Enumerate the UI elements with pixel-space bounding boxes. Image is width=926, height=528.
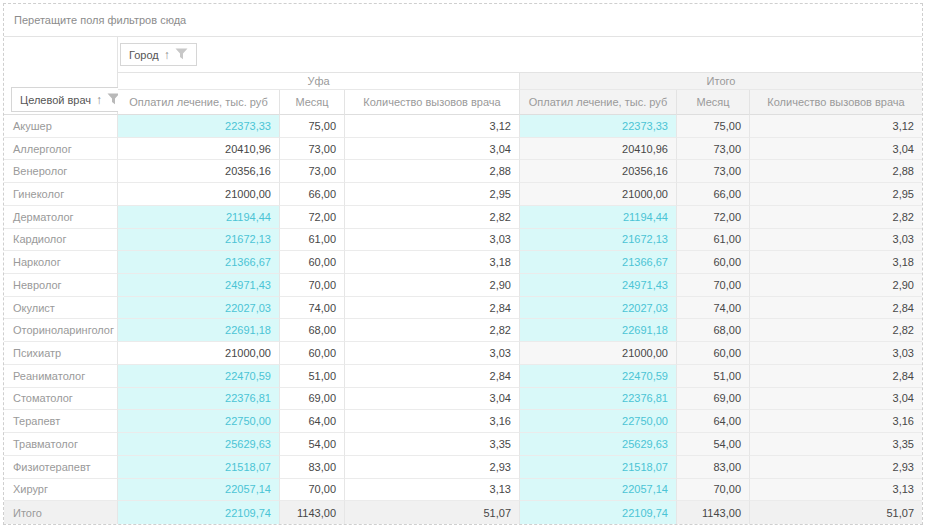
measure-header-month-total[interactable]: Месяц [677, 90, 750, 115]
data-cell[interactable]: 70,00 [677, 479, 750, 502]
data-cell[interactable]: 22750,00 [520, 410, 677, 433]
data-cell[interactable]: 2,84 [345, 297, 520, 320]
column-group-header-total[interactable]: Итого [520, 73, 922, 90]
data-cell[interactable]: 22376,81 [118, 388, 280, 411]
data-cell[interactable]: 22373,33 [520, 115, 677, 138]
filter-drop-area[interactable]: Перетащите поля фильтров сюда [4, 4, 922, 37]
row-header[interactable]: Психиатр [4, 342, 118, 365]
data-cell[interactable]: 3,35 [750, 433, 922, 456]
data-cell[interactable]: 54,00 [280, 433, 345, 456]
data-cell[interactable]: 1143,00 [677, 501, 750, 524]
data-cell[interactable]: 83,00 [677, 456, 750, 479]
data-cell[interactable]: 21194,44 [118, 206, 280, 229]
data-cell[interactable]: 22027,03 [118, 297, 280, 320]
data-cell[interactable]: 24971,43 [118, 274, 280, 297]
data-cell[interactable]: 2,90 [345, 274, 520, 297]
data-cell[interactable]: 61,00 [280, 229, 345, 252]
row-header[interactable]: Оториноларинголог [4, 319, 118, 342]
measure-header-payment[interactable]: Оплатил лечение, тыс. руб [118, 90, 280, 115]
data-cell[interactable]: 21000,00 [520, 342, 677, 365]
data-cell[interactable]: 74,00 [280, 297, 345, 320]
data-cell[interactable]: 3,16 [750, 410, 922, 433]
data-cell[interactable]: 66,00 [677, 183, 750, 206]
data-cell[interactable]: 3,12 [750, 115, 922, 138]
row-header[interactable]: Гинеколог [4, 183, 118, 206]
data-cell[interactable]: 20356,16 [520, 160, 677, 183]
data-cell[interactable]: 3,03 [750, 342, 922, 365]
data-cell[interactable]: 51,07 [750, 501, 922, 524]
data-cell[interactable]: 22373,33 [118, 115, 280, 138]
data-cell[interactable]: 22057,14 [118, 479, 280, 502]
data-cell[interactable]: 51,00 [280, 365, 345, 388]
data-cell[interactable]: 22376,81 [520, 388, 677, 411]
data-cell[interactable]: 21518,07 [520, 456, 677, 479]
data-cell[interactable]: 21194,44 [520, 206, 677, 229]
data-cell[interactable]: 2,95 [750, 183, 922, 206]
data-cell[interactable]: 22750,00 [118, 410, 280, 433]
data-cell[interactable]: 2,82 [345, 319, 520, 342]
row-header[interactable]: Реаниматолог [4, 365, 118, 388]
row-header[interactable]: Невролог [4, 274, 118, 297]
data-cell[interactable]: 2,82 [750, 206, 922, 229]
row-header[interactable]: Акушер [4, 115, 118, 138]
data-cell[interactable]: 60,00 [280, 342, 345, 365]
row-header[interactable]: Аллерголог [4, 138, 118, 161]
data-cell[interactable]: 21000,00 [520, 183, 677, 206]
row-header[interactable]: Травматолог [4, 433, 118, 456]
measure-header-month[interactable]: Месяц [280, 90, 345, 115]
row-header[interactable]: Стоматолог [4, 388, 118, 411]
data-cell[interactable]: 64,00 [280, 410, 345, 433]
data-cell[interactable]: 70,00 [280, 479, 345, 502]
data-cell[interactable]: 60,00 [677, 342, 750, 365]
data-cell[interactable]: 51,00 [677, 365, 750, 388]
data-cell[interactable]: 25629,63 [118, 433, 280, 456]
data-cell[interactable]: 73,00 [280, 160, 345, 183]
data-cell[interactable]: 75,00 [280, 115, 345, 138]
data-cell[interactable]: 20356,16 [118, 160, 280, 183]
row-header[interactable]: Нарколог [4, 251, 118, 274]
data-cell[interactable]: 72,00 [280, 206, 345, 229]
data-cell[interactable]: 2,95 [345, 183, 520, 206]
data-cell[interactable]: 2,88 [750, 160, 922, 183]
data-cell[interactable]: 73,00 [280, 138, 345, 161]
data-cell[interactable]: 3,04 [750, 138, 922, 161]
data-cell[interactable]: 60,00 [280, 251, 345, 274]
row-header[interactable]: Хирург [4, 479, 118, 502]
column-field-chip[interactable]: Город ↑ [120, 43, 197, 66]
data-cell[interactable]: 20410,96 [520, 138, 677, 161]
data-cell[interactable]: 61,00 [677, 229, 750, 252]
data-cell[interactable]: 22470,59 [118, 365, 280, 388]
total-row-header[interactable]: Итого [4, 501, 118, 524]
data-cell[interactable]: 20410,96 [118, 138, 280, 161]
column-group-header-ufa[interactable]: Уфа [118, 73, 520, 90]
data-cell[interactable]: 21000,00 [118, 342, 280, 365]
filter-icon[interactable] [175, 48, 188, 62]
data-cell[interactable]: 83,00 [280, 456, 345, 479]
data-cell[interactable]: 51,07 [345, 501, 520, 524]
data-cell[interactable]: 21366,67 [118, 251, 280, 274]
data-cell[interactable]: 72,00 [677, 206, 750, 229]
data-cell[interactable]: 3,16 [345, 410, 520, 433]
measure-header-payment-total[interactable]: Оплатил лечение, тыс. руб [520, 90, 677, 115]
data-cell[interactable]: 75,00 [677, 115, 750, 138]
data-cell[interactable]: 70,00 [280, 274, 345, 297]
row-header[interactable]: Окулист [4, 297, 118, 320]
data-cell[interactable]: 69,00 [677, 388, 750, 411]
data-cell[interactable]: 2,84 [345, 365, 520, 388]
row-header[interactable]: Терапевт [4, 410, 118, 433]
data-cell[interactable]: 3,13 [345, 479, 520, 502]
sort-ascending-icon[interactable]: ↑ [96, 94, 102, 106]
data-cell[interactable]: 54,00 [677, 433, 750, 456]
data-cell[interactable]: 22027,03 [520, 297, 677, 320]
data-cell[interactable]: 64,00 [677, 410, 750, 433]
data-cell[interactable]: 66,00 [280, 183, 345, 206]
data-cell[interactable]: 2,93 [750, 456, 922, 479]
data-cell[interactable]: 3,03 [750, 229, 922, 252]
data-cell[interactable]: 22691,18 [520, 319, 677, 342]
data-cell[interactable]: 21672,13 [118, 229, 280, 252]
measure-header-calls-total[interactable]: Количество вызовов врача [750, 90, 922, 115]
data-cell[interactable]: 70,00 [677, 274, 750, 297]
data-cell[interactable]: 3,03 [345, 342, 520, 365]
data-cell[interactable]: 3,03 [345, 229, 520, 252]
data-cell[interactable]: 69,00 [280, 388, 345, 411]
